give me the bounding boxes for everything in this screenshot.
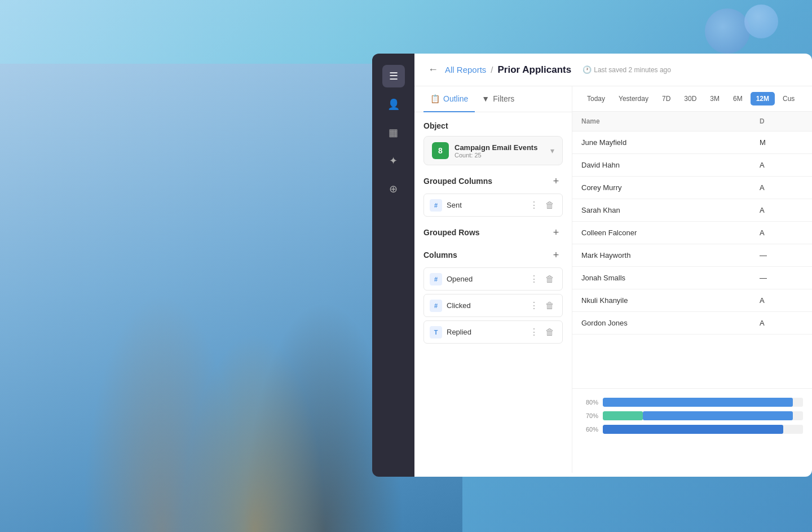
date-btn-yesterday[interactable]: Yesterday (613, 92, 654, 105)
left-pane: 📋 Outline ▼ Filters Object 8 Campaign Em (414, 86, 572, 473)
row-d: A (751, 289, 812, 312)
row-d: A (751, 154, 812, 177)
panel-body: 📋 Outline ▼ Filters Object 8 Campaign Em (414, 86, 812, 473)
replied-type-icon: T (430, 326, 442, 338)
right-pane: Today Yesterday 7D 30D 3M 6M 12M Cus Nam… (572, 86, 812, 473)
save-status-text: Last saved 2 minutes ago (594, 66, 671, 74)
object-name: Campaign Email Events (454, 143, 545, 152)
table-row[interactable]: Jonah Smalls — (572, 267, 812, 289)
sent-type-icon: # (430, 199, 442, 212)
object-card[interactable]: 8 Campaign Email Events Count: 25 ▾ (423, 136, 563, 165)
menu-icon: ☰ (389, 70, 398, 82)
sidebar-icon-people[interactable]: 👤 (382, 93, 405, 116)
date-filter-bar: Today Yesterday 7D 30D 3M 6M 12M Cus (572, 86, 812, 112)
row-name: Jonah Smalls (572, 267, 751, 289)
outline-tab-label: Outline (443, 94, 468, 103)
outline-content: Object 8 Campaign Email Events Count: 25… (414, 112, 572, 356)
breadcrumb-current-page: Prior Applicants (498, 64, 572, 76)
table-row[interactable]: Corey Murry A (572, 177, 812, 199)
clicked-col-actions: ⋮ 🗑 (527, 299, 557, 312)
sent-delete-button[interactable]: 🗑 (543, 199, 557, 212)
row-name: June Mayfield (572, 131, 751, 154)
tab-outline[interactable]: 📋 Outline (423, 86, 475, 112)
clicked-more-button[interactable]: ⋮ (527, 299, 541, 312)
table-row[interactable]: David Hahn A (572, 154, 812, 177)
clicked-col-name: Clicked (447, 301, 523, 310)
results-table: Name D June Mayfield M David Hahn A (572, 112, 812, 335)
date-btn-7d[interactable]: 7D (656, 92, 676, 105)
sent-col-actions: ⋮ 🗑 (527, 199, 557, 212)
row-d: — (751, 244, 812, 267)
back-button[interactable]: ← (428, 64, 438, 76)
chart-label-70: 70% (581, 412, 598, 419)
opened-delete-button[interactable]: 🗑 (543, 273, 557, 285)
filters-tab-icon: ▼ (482, 94, 489, 103)
add-grouped-column-button[interactable]: + (549, 174, 563, 188)
breadcrumb-separator: / (491, 65, 493, 74)
row-d: A (751, 222, 812, 244)
row-d: A (751, 312, 812, 335)
object-section-header: Object (423, 121, 563, 130)
date-btn-30d[interactable]: 30D (678, 92, 702, 105)
column-replied: T Replied ⋮ 🗑 (423, 320, 563, 344)
chart-fill-70-blue (643, 411, 793, 420)
row-d: A (751, 199, 812, 222)
table-row[interactable]: Nkuli Khanyile A (572, 289, 812, 312)
table-body: June Mayfield M David Hahn A Corey Murry… (572, 131, 812, 335)
chart-bar-80: 80% (581, 398, 803, 407)
replied-col-name: Replied (447, 328, 523, 336)
people-icon: 👤 (387, 98, 400, 111)
row-d: M (751, 131, 812, 154)
outline-tab-icon: 📋 (430, 94, 440, 103)
chart-track-70 (603, 411, 803, 420)
clicked-delete-button[interactable]: 🗑 (543, 300, 557, 312)
object-count: Count: 25 (454, 152, 545, 159)
sidebar-icon-chart[interactable]: ▦ (382, 121, 405, 144)
sidebar-icon-menu[interactable]: ☰ (382, 65, 405, 87)
date-btn-custom[interactable]: Cus (777, 92, 800, 105)
replied-col-actions: ⋮ 🗑 (527, 326, 557, 338)
grouped-rows-header: Grouped Rows + (423, 226, 563, 239)
clock-icon: 🕐 (582, 65, 592, 74)
filters-tab-label: Filters (493, 94, 514, 103)
grouped-columns-title: Grouped Columns (423, 177, 492, 186)
chart-area: 80% 70% 60% (572, 388, 812, 473)
table-row[interactable]: Colleen Falconer A (572, 222, 812, 244)
date-btn-12m[interactable]: 12M (751, 92, 775, 105)
table-header: Name D (572, 112, 812, 131)
add-column-button[interactable]: + (549, 248, 563, 262)
table-row[interactable]: Mark Hayworth — (572, 244, 812, 267)
add-grouped-row-button[interactable]: + (549, 226, 563, 239)
chart-track-60 (603, 425, 803, 434)
opened-col-actions: ⋮ 🗑 (527, 272, 557, 285)
row-d: A (751, 177, 812, 199)
row-name: Corey Murry (572, 177, 751, 199)
breadcrumb-all-reports[interactable]: All Reports (445, 65, 486, 74)
opened-more-button[interactable]: ⋮ (527, 272, 541, 285)
chart-fill-80 (603, 398, 793, 407)
table-row[interactable]: Gordon Jones A (572, 312, 812, 335)
sidebar-icon-shield[interactable]: ⊕ (382, 178, 405, 200)
grouped-rows-title: Grouped Rows (423, 228, 480, 237)
replied-delete-button[interactable]: 🗑 (543, 326, 557, 338)
column-clicked: # Clicked ⋮ 🗑 (423, 294, 563, 317)
opened-col-name: Opened (447, 275, 523, 283)
date-btn-3m[interactable]: 3M (704, 92, 725, 105)
object-info: Campaign Email Events Count: 25 (454, 143, 545, 159)
row-d: — (751, 267, 812, 289)
row-name: Gordon Jones (572, 312, 751, 335)
sent-more-button[interactable]: ⋮ (527, 199, 541, 212)
columns-title: Columns (423, 250, 457, 260)
object-dropdown-icon: ▾ (550, 146, 554, 155)
date-btn-today[interactable]: Today (581, 92, 611, 105)
sidebar: ☰ 👤 ▦ ✦ ⊕ (372, 54, 414, 477)
tab-filters[interactable]: ▼ Filters (475, 86, 521, 112)
sidebar-icon-sparkle[interactable]: ✦ (382, 150, 405, 172)
date-btn-6m[interactable]: 6M (727, 92, 748, 105)
table-row[interactable]: June Mayfield M (572, 131, 812, 154)
table-row[interactable]: Sarah Khan A (572, 199, 812, 222)
chart-track-80 (603, 398, 803, 407)
replied-more-button[interactable]: ⋮ (527, 326, 541, 338)
shield-icon: ⊕ (389, 183, 398, 195)
grouped-columns-header: Grouped Columns + (423, 174, 563, 188)
